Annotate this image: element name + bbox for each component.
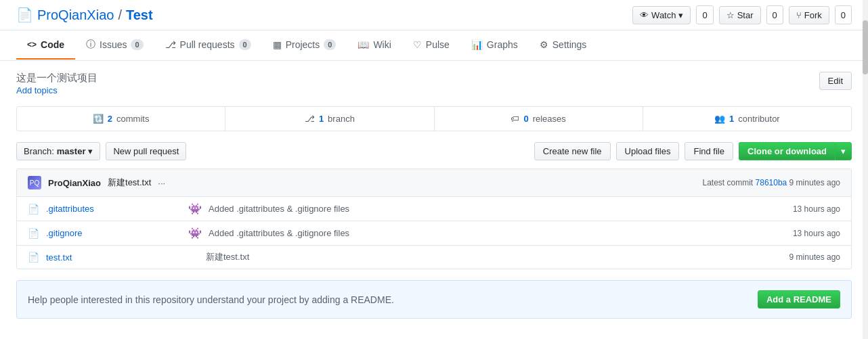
tab-settings-label: Settings	[552, 39, 587, 50]
fork-count[interactable]: 0	[835, 5, 852, 24]
repo-stats: 🔃 2 commits ⎇ 1 branch 🏷 0 releases 👥 1 …	[16, 106, 852, 131]
clone-dropdown-button[interactable]: ▾	[835, 142, 852, 160]
releases-count[interactable]: 0	[523, 114, 528, 124]
commit-msg-icon: 👾	[188, 202, 202, 215]
add-readme-button[interactable]: Add a README	[758, 290, 840, 309]
issues-icon: ⓘ	[86, 39, 95, 51]
tab-issues[interactable]: ⓘ Issues 0	[75, 30, 154, 60]
branch-label: Branch:	[24, 146, 54, 156]
readme-banner-text: Help people interested in this repositor…	[28, 294, 394, 305]
star-icon: ☆	[726, 10, 735, 20]
file-commit-message: Added .gitattributes & .gitignore files	[209, 228, 786, 238]
find-file-button[interactable]: Find file	[685, 142, 733, 160]
tab-pr-label: Pull requests	[180, 39, 235, 50]
commit-dots[interactable]: ···	[158, 178, 165, 188]
fork-icon: ⑂	[796, 10, 802, 20]
projects-icon: ▦	[273, 39, 282, 50]
tab-graphs[interactable]: 📊 Graphs	[460, 31, 529, 60]
tab-pulse[interactable]: ♡ Pulse	[402, 31, 460, 60]
pr-badge: 0	[239, 39, 251, 50]
contributors-icon: 👥	[714, 114, 725, 124]
new-pull-request-button[interactable]: New pull request	[106, 142, 186, 160]
tab-wiki[interactable]: 📖 Wiki	[347, 31, 402, 60]
tab-issues-label: Issues	[100, 39, 127, 50]
releases-label: releases	[533, 114, 566, 124]
repo-description: 这是一个测试项目 Add topics Edit	[16, 72, 852, 95]
tab-code[interactable]: <> Code	[16, 31, 75, 60]
file-row: 📄 .gitignore 👾 Added .gitattributes & .g…	[17, 221, 851, 246]
upload-files-button[interactable]: Upload files	[616, 142, 680, 160]
file-icon: 📄	[28, 204, 39, 214]
tab-pulse-label: Pulse	[426, 39, 450, 50]
star-count[interactable]: 0	[766, 5, 783, 24]
commit-meta: Latest commit 78610ba 9 minutes ago	[703, 178, 841, 187]
branches-stat[interactable]: ⎇ 1 branch	[225, 107, 434, 131]
branches-count[interactable]: 1	[319, 114, 324, 124]
avatar-text: PQ	[30, 179, 39, 187]
file-nav-left: Branch: master ▾ New pull request	[16, 142, 186, 160]
commit-msg-icon: 👾	[188, 227, 202, 240]
edit-button[interactable]: Edit	[819, 72, 852, 90]
commit-hash-link[interactable]: 78610ba	[756, 178, 787, 187]
file-time: 13 hours ago	[793, 204, 840, 214]
scrollbar-thumb[interactable]	[863, 20, 868, 74]
commit-time: 9 minutes ago	[789, 178, 840, 187]
tab-code-label: Code	[41, 39, 64, 50]
file-table: PQ ProQianXiao 新建test.txt ··· Latest com…	[16, 168, 852, 269]
watch-chevron-icon: ▾	[678, 10, 683, 20]
clone-caret-icon: ▾	[841, 146, 846, 156]
repo-owner-link[interactable]: ProQianXiao	[37, 7, 114, 23]
file-table-header: PQ ProQianXiao 新建test.txt ··· Latest com…	[17, 169, 851, 197]
file-row: 📄 .gitattributes 👾 Added .gitattributes …	[17, 197, 851, 221]
contributors-count[interactable]: 1	[729, 114, 734, 124]
file-name-link[interactable]: .gitignore	[46, 228, 181, 238]
pr-icon: ⎇	[165, 39, 176, 50]
file-commit-message: 新建test.txt	[206, 251, 783, 263]
commit-author[interactable]: ProQianXiao	[48, 178, 101, 188]
repo-name-link[interactable]: Test	[126, 7, 153, 23]
main-content: 这是一个测试项目 Add topics Edit 🔃 2 commits ⎇ 1…	[0, 61, 868, 330]
branch-selector[interactable]: Branch: master ▾	[16, 142, 100, 160]
file-name-link[interactable]: test.txt	[46, 252, 181, 263]
contributors-stat[interactable]: 👥 1 contributor	[643, 107, 851, 131]
watch-button[interactable]: 👁 Watch ▾	[632, 6, 691, 24]
settings-icon: ⚙	[540, 39, 548, 50]
file-icon: 📄	[28, 228, 39, 239]
file-time: 13 hours ago	[793, 229, 840, 238]
create-new-file-button[interactable]: Create new file	[534, 142, 611, 160]
readme-banner: Help people interested in this repositor…	[16, 280, 852, 319]
tab-pull-requests[interactable]: ⎇ Pull requests 0	[154, 31, 262, 60]
file-commit-message: Added .gitattributes & .gitignore files	[209, 204, 786, 214]
tab-graphs-label: Graphs	[487, 39, 518, 50]
fork-button[interactable]: ⑂ Fork	[789, 6, 829, 24]
graphs-icon: 📊	[471, 39, 483, 50]
latest-commit-label: Latest commit	[703, 178, 754, 187]
tab-projects-label: Projects	[286, 39, 320, 50]
repo-desc-text: 这是一个测试项目	[16, 72, 97, 85]
tag-icon: 🏷	[511, 114, 519, 124]
branch-icon: ⎇	[305, 114, 315, 124]
tab-settings[interactable]: ⚙ Settings	[529, 31, 598, 60]
projects-badge: 0	[324, 39, 336, 50]
file-icon: 📄	[28, 252, 39, 263]
file-nav: Branch: master ▾ New pull request Create…	[16, 142, 852, 160]
eye-icon: 👁	[640, 10, 649, 20]
watch-count[interactable]: 0	[696, 5, 713, 24]
star-button[interactable]: ☆ Star	[719, 6, 761, 24]
tab-projects[interactable]: ▦ Projects 0	[262, 31, 347, 60]
clone-or-download-button[interactable]: Clone or download	[739, 142, 835, 160]
branch-chevron-icon: ▾	[88, 146, 93, 156]
commit-message-header: 新建test.txt	[108, 177, 151, 189]
scrollbar[interactable]	[863, 0, 868, 330]
commits-count[interactable]: 2	[108, 114, 112, 124]
file-name-link[interactable]: .gitattributes	[46, 204, 181, 214]
file-row: 📄 test.txt 新建test.txt 9 minutes ago	[17, 246, 851, 269]
commits-stat[interactable]: 🔃 2 commits	[17, 107, 225, 131]
repo-title: 📄 ProQianXiao / Test	[16, 7, 153, 23]
add-topics-link[interactable]: Add topics	[16, 85, 58, 95]
commits-icon: 🔃	[93, 114, 104, 124]
repo-doc-icon: 📄	[16, 7, 33, 23]
desc-block: 这是一个测试项目 Add topics	[16, 72, 97, 95]
nav-tabs: <> Code ⓘ Issues 0 ⎇ Pull requests 0 ▦ P…	[0, 30, 868, 61]
releases-stat[interactable]: 🏷 0 releases	[435, 107, 643, 131]
